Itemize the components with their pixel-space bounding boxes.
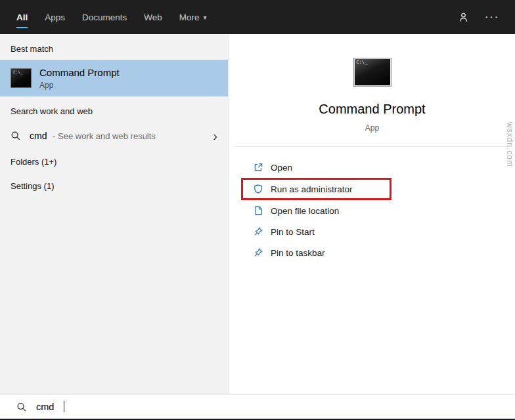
tab-web-label: Web <box>144 12 162 22</box>
web-search-suffix: - See work and web results <box>50 131 155 141</box>
tab-list: All Apps Documents Web More ▾ <box>8 0 215 34</box>
topbar-actions: ··· <box>458 0 515 34</box>
search-tabs-bar: All Apps Documents Web More ▾ ··· <box>0 0 515 34</box>
divider <box>235 146 509 147</box>
action-open-file-location[interactable]: Open file location <box>229 200 515 221</box>
action-run-as-administrator[interactable]: Run as administrator <box>241 178 392 200</box>
watermark: wsxdn.com <box>505 122 514 167</box>
more-options-icon[interactable]: ··· <box>485 12 499 22</box>
user-icon[interactable] <box>458 12 469 23</box>
shield-icon <box>253 184 263 194</box>
action-label: Pin to taskbar <box>271 248 325 258</box>
action-label: Pin to Start <box>271 227 315 237</box>
app-hero: C:\_ Command Prompt App <box>229 34 515 133</box>
web-search-item[interactable]: cmd - See work and web results › <box>0 122 228 150</box>
tab-apps[interactable]: Apps <box>36 0 74 34</box>
tab-documents-label: Documents <box>82 12 127 22</box>
folders-group[interactable]: Folders (1+) <box>0 150 228 174</box>
best-match-title: Command Prompt <box>39 67 120 78</box>
file-location-icon <box>253 205 263 216</box>
action-list: Open Run as administrator Open file loca… <box>229 157 515 263</box>
tab-web[interactable]: Web <box>135 0 171 34</box>
app-subtitle: App <box>229 123 515 133</box>
action-label: Open <box>271 163 292 173</box>
chevron-down-icon: ▾ <box>204 14 207 21</box>
best-match-item[interactable]: C:\_ Command Prompt App <box>0 60 228 96</box>
action-open[interactable]: Open <box>229 157 515 178</box>
command-prompt-icon: C:\_ <box>11 68 32 88</box>
action-label: Run as administrator <box>271 184 353 194</box>
pin-icon <box>253 247 263 258</box>
search-icon <box>11 131 21 141</box>
action-pin-to-start[interactable]: Pin to Start <box>229 221 515 242</box>
best-match-header: Best match <box>0 34 228 60</box>
settings-group[interactable]: Settings (1) <box>0 174 228 198</box>
command-prompt-icon-large: C:\_ <box>353 58 392 87</box>
open-icon <box>253 162 263 173</box>
app-title: Command Prompt <box>229 102 515 117</box>
chevron-right-icon[interactable]: › <box>213 129 217 142</box>
tab-all[interactable]: All <box>8 0 36 34</box>
tab-all-label: All <box>16 12 28 22</box>
tab-apps-label: Apps <box>45 12 65 22</box>
search-input[interactable]: cmd <box>36 402 54 412</box>
text-caret <box>64 401 64 412</box>
best-match-text: Command Prompt App <box>39 67 120 90</box>
search-web-header: Search work and web <box>0 96 228 122</box>
search-icon <box>16 402 27 412</box>
web-search-query: cmd <box>30 131 47 141</box>
action-pin-to-taskbar[interactable]: Pin to taskbar <box>229 242 515 263</box>
tab-more[interactable]: More ▾ <box>171 0 215 34</box>
preview-panel: C:\_ Command Prompt App Open Run as admi <box>229 34 515 394</box>
tab-documents[interactable]: Documents <box>74 0 135 34</box>
tab-more-label: More <box>179 12 200 22</box>
best-match-subtitle: App <box>39 81 120 90</box>
pin-icon <box>253 226 263 237</box>
search-box[interactable]: cmd <box>0 394 515 420</box>
action-label: Open file location <box>271 206 339 216</box>
search-results-panel: Best match C:\_ Command Prompt App Searc… <box>0 34 229 394</box>
